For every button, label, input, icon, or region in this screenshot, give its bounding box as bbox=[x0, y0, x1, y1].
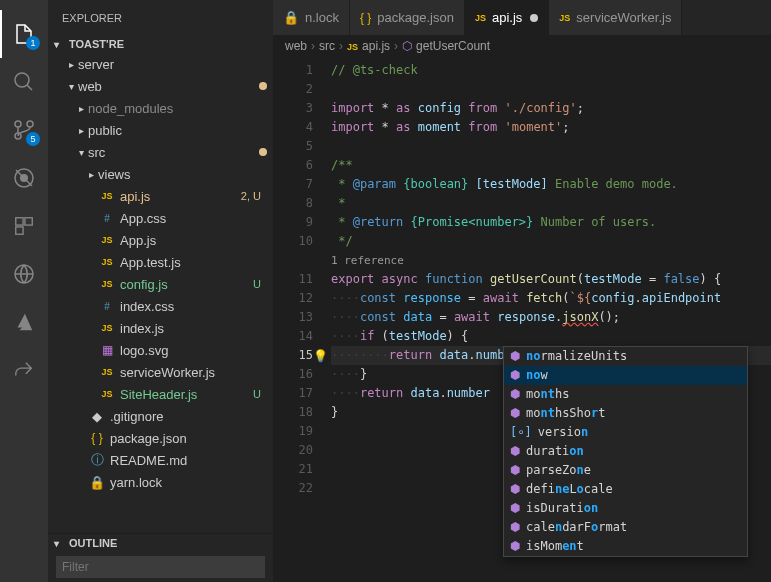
breadcrumb-separator: › bbox=[311, 39, 315, 53]
breadcrumb[interactable]: web›src›JSapi.js›⬡getUserCount bbox=[273, 35, 771, 57]
chevron-icon: ▾ bbox=[74, 147, 88, 158]
autocomplete-item[interactable]: ⬢now bbox=[504, 366, 747, 385]
file-label: .gitignore bbox=[110, 409, 267, 424]
sidebar-title: EXPLORER bbox=[48, 0, 273, 35]
autocomplete-item[interactable]: ⬢duration bbox=[504, 442, 747, 461]
code-line[interactable]: import * as config from './config'; bbox=[331, 99, 771, 118]
code-line[interactable]: ····const response = await fetch(`${conf… bbox=[331, 289, 771, 308]
code-line[interactable]: ····if (testMode) { bbox=[331, 327, 771, 346]
autocomplete-item[interactable]: ⬢normalizeUnits bbox=[504, 347, 747, 366]
activity-debug[interactable] bbox=[0, 154, 48, 202]
code-line[interactable]: ····const data = await response.jsonX(); bbox=[331, 308, 771, 327]
git-status-dot bbox=[259, 82, 267, 90]
method-icon: ⬢ bbox=[510, 537, 520, 556]
autocomplete-item[interactable]: ⬢defineLocale bbox=[504, 480, 747, 499]
autocomplete-item[interactable]: ⬢isMoment bbox=[504, 537, 747, 556]
outline-section-header[interactable]: ▾ OUTLINE bbox=[48, 534, 273, 552]
autocomplete-label: monthsShort bbox=[526, 404, 606, 423]
file-item[interactable]: ◆.gitignore bbox=[48, 405, 273, 427]
activity-remote[interactable] bbox=[0, 250, 48, 298]
file-item[interactable]: JSconfig.jsU bbox=[48, 273, 273, 295]
file-item[interactable]: JSapi.js2, U bbox=[48, 185, 273, 207]
js-icon: JS bbox=[475, 13, 486, 23]
activity-extensions[interactable] bbox=[0, 202, 48, 250]
file-item[interactable]: JSserviceWorker.js bbox=[48, 361, 273, 383]
method-icon: ⬢ bbox=[510, 461, 520, 480]
search-icon bbox=[12, 70, 36, 94]
activity-scm[interactable]: 5 bbox=[0, 106, 48, 154]
code-line[interactable]: // @ts-check bbox=[331, 61, 771, 80]
chevron-icon: ▸ bbox=[84, 169, 98, 180]
activity-explorer[interactable]: 1 bbox=[0, 10, 48, 58]
editor-tab[interactable]: { }package.json bbox=[350, 0, 465, 35]
code-lens[interactable]: 1 reference bbox=[331, 251, 771, 270]
js-icon: JS bbox=[559, 13, 570, 23]
folder-item[interactable]: ▸views bbox=[48, 163, 273, 185]
file-item[interactable]: JSApp.js bbox=[48, 229, 273, 251]
file-item[interactable]: #App.css bbox=[48, 207, 273, 229]
file-item[interactable]: JSApp.test.js bbox=[48, 251, 273, 273]
svg-point-0 bbox=[15, 73, 29, 87]
activity-liveshare[interactable] bbox=[0, 346, 48, 394]
code-line[interactable]: */ bbox=[331, 232, 771, 251]
autocomplete-label: months bbox=[526, 385, 569, 404]
file-item[interactable]: JSindex.js bbox=[48, 317, 273, 339]
autocomplete-label: defineLocale bbox=[526, 480, 613, 499]
code-line[interactable]: * @param {boolean} [testMode] Enable dem… bbox=[331, 175, 771, 194]
code-line[interactable] bbox=[331, 80, 771, 99]
autocomplete-item[interactable]: ⬢calendarFormat bbox=[504, 518, 747, 537]
folder-item[interactable]: ▸public bbox=[48, 119, 273, 141]
editor-tab[interactable]: 🔒n.lock bbox=[273, 0, 350, 35]
breadcrumb-item[interactable]: JSapi.js bbox=[347, 39, 390, 53]
file-item[interactable]: #index.css bbox=[48, 295, 273, 317]
code-line[interactable]: * bbox=[331, 194, 771, 213]
line-number: 21 bbox=[273, 460, 313, 479]
chevron-icon: ▸ bbox=[74, 103, 88, 114]
code-line[interactable]: export async function getUserCount(testM… bbox=[331, 270, 771, 289]
svg-rect-8 bbox=[16, 227, 23, 234]
file-item[interactable]: { }package.json bbox=[48, 427, 273, 449]
breadcrumb-item[interactable]: ⬡getUserCount bbox=[402, 39, 490, 53]
code-line[interactable]: /** bbox=[331, 156, 771, 175]
editor-tab[interactable]: JSserviceWorker.js bbox=[549, 0, 682, 35]
line-number: 10 bbox=[273, 232, 313, 251]
chevron-icon: ▸ bbox=[74, 125, 88, 136]
folder-item[interactable]: ▸server bbox=[48, 53, 273, 75]
activity-bar: 1 5 bbox=[0, 0, 48, 582]
editor-tab[interactable]: JSapi.js bbox=[465, 0, 549, 35]
method-icon: ⬢ bbox=[510, 385, 520, 404]
file-item[interactable]: ⓘREADME.md bbox=[48, 449, 273, 471]
autocomplete-item[interactable]: [∘]version bbox=[504, 423, 747, 442]
file-label: SiteHeader.js bbox=[120, 387, 253, 402]
outline-filter-input[interactable] bbox=[56, 556, 265, 578]
file-label: package.json bbox=[110, 431, 267, 446]
file-label: logo.svg bbox=[120, 343, 267, 358]
file-item[interactable]: ▦logo.svg bbox=[48, 339, 273, 361]
file-label: node_modules bbox=[88, 101, 267, 116]
folder-item[interactable]: ▾src bbox=[48, 141, 273, 163]
code-line[interactable]: import * as moment from 'moment'; bbox=[331, 118, 771, 137]
code-line[interactable]: * @return {Promise<number>} Number of us… bbox=[331, 213, 771, 232]
code-line[interactable] bbox=[331, 137, 771, 156]
breadcrumb-item[interactable]: web bbox=[285, 39, 307, 53]
variable-icon: [∘] bbox=[510, 423, 532, 442]
lightbulb-icon[interactable]: 💡 bbox=[313, 347, 328, 366]
code-editor[interactable]: 12345678910111213141516171819202122 // @… bbox=[273, 57, 771, 582]
autocomplete-item[interactable]: ⬢monthsShort bbox=[504, 404, 747, 423]
git-status: 2, U bbox=[241, 190, 267, 202]
autocomplete-item[interactable]: ⬢parseZone bbox=[504, 461, 747, 480]
file-item[interactable]: 🔒yarn.lock bbox=[48, 471, 273, 493]
autocomplete-item[interactable]: ⬢isDuration bbox=[504, 499, 747, 518]
activity-azure[interactable] bbox=[0, 298, 48, 346]
project-section-header[interactable]: ▾ TOAST'RE bbox=[48, 35, 273, 53]
activity-search[interactable] bbox=[0, 58, 48, 106]
file-item[interactable]: JSSiteHeader.jsU bbox=[48, 383, 273, 405]
code-content[interactable]: // @ts-checkimport * as config from './c… bbox=[331, 57, 771, 582]
file-label: App.js bbox=[120, 233, 267, 248]
breadcrumb-item[interactable]: src bbox=[319, 39, 335, 53]
folder-item[interactable]: ▸node_modules bbox=[48, 97, 273, 119]
file-label: App.test.js bbox=[120, 255, 267, 270]
folder-item[interactable]: ▾web bbox=[48, 75, 273, 97]
autocomplete-item[interactable]: ⬢months bbox=[504, 385, 747, 404]
file-label: public bbox=[88, 123, 267, 138]
